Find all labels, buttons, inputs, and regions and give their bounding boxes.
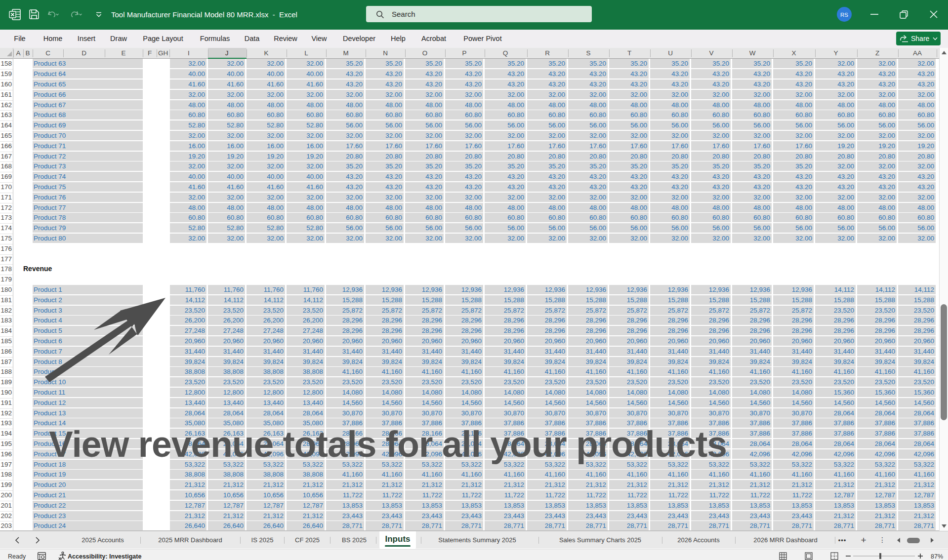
svg-text:RS: RS: [840, 12, 848, 18]
